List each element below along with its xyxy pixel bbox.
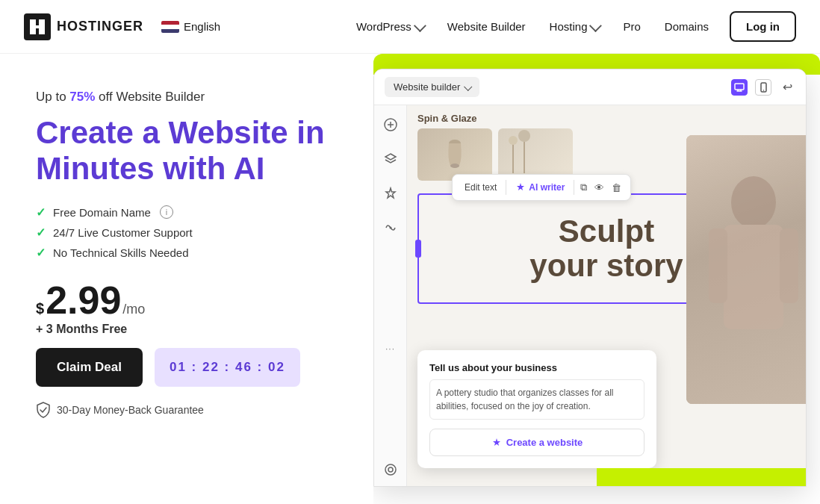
feature-skills-label: No Technical Skills Needed (53, 246, 189, 259)
language-label: English (184, 20, 220, 33)
builder-body: ··· Spin & Glaze (374, 105, 806, 487)
countdown-timer[interactable]: 01 : 22 : 46 : 02 (155, 348, 300, 387)
check-icon: ✓ (36, 225, 46, 240)
cta-row: Claim Deal 01 : 22 : 46 : 02 (36, 348, 344, 387)
tagline-prefix: Up to (36, 90, 69, 104)
monitor-icon (734, 83, 745, 92)
chevron-down-icon (589, 19, 602, 32)
hero-section: Up to 75% off Website Builder Create a W… (0, 54, 373, 504)
mobile-view-icon[interactable] (755, 79, 771, 96)
ai-writer-btn[interactable]: AI writer (509, 179, 571, 196)
price-row: $ 2.99 /mo (36, 281, 344, 320)
guarantee: 30-Day Money-Back Guarantee (36, 402, 344, 418)
claim-deal-button[interactable]: Claim Deal (36, 348, 143, 387)
chevron-down-icon (414, 19, 426, 32)
nav-links: WordPress Website Builder Hosting Pro Do… (347, 14, 718, 39)
nav-pro[interactable]: Pro (614, 14, 649, 39)
svg-point-6 (762, 90, 764, 91)
ai-sparkle-icon (515, 182, 526, 193)
delete-icon[interactable]: 🗑 (609, 179, 624, 196)
check-icon: ✓ (36, 246, 46, 260)
svg-point-17 (509, 136, 518, 145)
svg-point-12 (385, 464, 396, 475)
duplicate-icon[interactable]: ⧉ (577, 178, 590, 196)
person-silhouette (694, 165, 806, 404)
tagline-suffix: off Website Builder (95, 90, 205, 104)
check-icon: ✓ (36, 205, 46, 220)
shield-icon (36, 402, 51, 418)
pottery-icon (440, 136, 470, 173)
resize-handle-left[interactable] (415, 240, 421, 258)
nav-wordpress-label: WordPress (356, 20, 411, 33)
nav-wordpress[interactable]: WordPress (347, 14, 432, 39)
logo[interactable]: HOSTINGER (24, 13, 143, 40)
toolbar-divider (506, 180, 506, 195)
shop-name: Spin & Glaze (407, 105, 806, 128)
svg-point-15 (450, 164, 459, 168)
design-icon (384, 221, 397, 234)
builder-topbar: Website builder (374, 69, 806, 105)
feature-domain-label: Free Domain Name (53, 206, 151, 219)
svg-rect-1 (735, 84, 744, 90)
builder-preview: Website builder (373, 69, 807, 487)
lime-bar (597, 468, 806, 487)
ai-writer-label: AI writer (529, 182, 565, 193)
logo-icon (24, 13, 51, 40)
undo-icon[interactable]: ↩ (779, 79, 795, 96)
guarantee-label: 30-Day Money-Back Guarantee (57, 404, 204, 416)
sidebar-design-btn[interactable] (380, 217, 401, 238)
sidebar-layers-btn[interactable] (380, 149, 401, 169)
canvas-image-2 (498, 128, 573, 181)
float-toolbar: Edit text AI writer ⧉ 👁 🗑 (452, 174, 631, 201)
sidebar-ai-btn[interactable] (380, 183, 401, 204)
sparkle-icon (384, 187, 397, 200)
svg-marker-10 (385, 154, 396, 160)
pricing: $ 2.99 /mo + 3 Months Free (36, 281, 344, 336)
builder-view-icons: ↩ (731, 79, 795, 96)
sculpt-line2: your story (529, 248, 683, 283)
svg-rect-23 (780, 228, 798, 303)
sidebar-more-btn[interactable]: ··· (380, 338, 401, 359)
language-selector[interactable]: English (161, 20, 220, 33)
tagline-percent: 75% (69, 90, 95, 104)
flowers-icon (498, 128, 543, 173)
preview-icon[interactable]: 👁 (591, 179, 607, 196)
builder-canvas: Spin & Glaze (407, 105, 806, 487)
desktop-view-icon[interactable] (731, 79, 748, 96)
price-mo: /mo (122, 302, 145, 317)
info-icon[interactable]: i (160, 205, 173, 219)
ai-panel-text[interactable]: A pottery studio that organizes classes … (429, 379, 644, 420)
nav-hosting-label: Hosting (550, 20, 588, 33)
svg-rect-21 (724, 225, 783, 329)
edit-text-btn[interactable]: Edit text (459, 179, 503, 196)
sidebar-add-btn[interactable] (380, 114, 401, 135)
ai-panel: Tell us about your business A pottery st… (417, 350, 656, 468)
nav-website-builder[interactable]: Website Builder (438, 14, 535, 39)
svg-point-20 (731, 176, 776, 228)
builder-tab[interactable]: Website builder (385, 77, 479, 97)
price-bonus: + 3 Months Free (36, 323, 344, 336)
feature-skills: ✓ No Technical Skills Needed (36, 246, 344, 260)
nav-hosting[interactable]: Hosting (541, 14, 609, 39)
nav-domains[interactable]: Domains (656, 14, 718, 39)
navigation: HOSTINGER English WordPress Website Buil… (0, 0, 820, 54)
feature-domain: ✓ Free Domain Name i (36, 205, 344, 220)
svg-point-13 (388, 467, 393, 472)
tagline: Up to 75% off Website Builder (36, 90, 344, 105)
features-list: ✓ Free Domain Name i ✓ 24/7 Live Custome… (36, 205, 344, 260)
toolbar-divider (574, 180, 574, 195)
login-button[interactable]: Log in (730, 11, 796, 42)
phone-icon (760, 82, 767, 93)
photo-overlay (686, 135, 806, 404)
builder-preview-section: Website builder (373, 54, 820, 504)
svg-point-11 (389, 227, 391, 229)
canvas-image-1 (417, 128, 492, 181)
svg-point-19 (518, 130, 530, 142)
layers-icon (384, 152, 397, 166)
sidebar-bottom-btn[interactable] (380, 459, 401, 480)
builder-tab-label: Website builder (394, 81, 460, 93)
nav-domains-label: Domains (665, 20, 709, 33)
create-website-button[interactable]: Create a website (429, 429, 644, 456)
price-main: 2.99 (46, 281, 121, 320)
create-sparkle-icon (491, 438, 502, 448)
